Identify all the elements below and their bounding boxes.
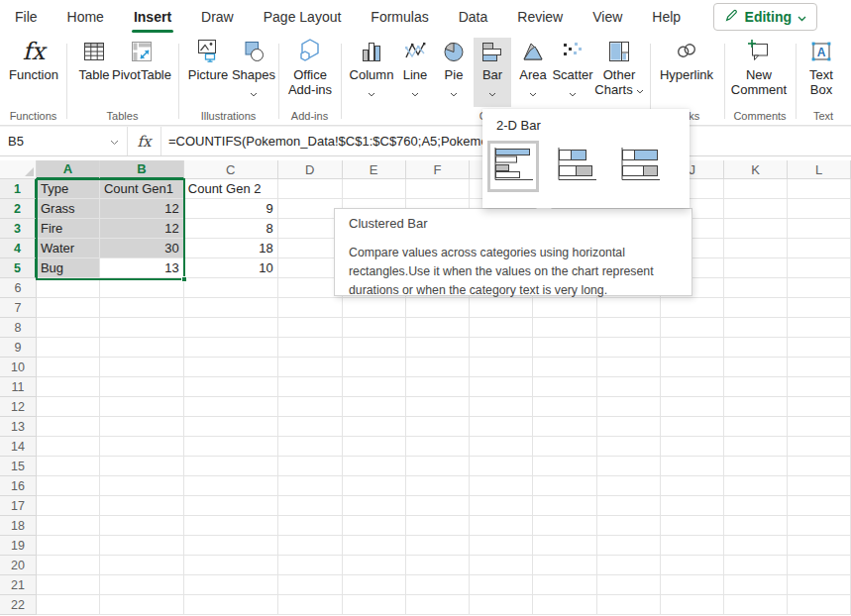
cell-B17[interactable] bbox=[100, 496, 184, 516]
cell-J14[interactable] bbox=[661, 437, 724, 457]
cell-A5[interactable]: Bug bbox=[37, 258, 100, 278]
cell-B8[interactable] bbox=[100, 318, 184, 338]
cell-G18[interactable] bbox=[470, 516, 533, 536]
cell-L11[interactable] bbox=[788, 377, 851, 397]
name-box[interactable]: B5 bbox=[0, 127, 128, 155]
cell-B9[interactable] bbox=[100, 338, 184, 358]
cell-D2[interactable] bbox=[278, 199, 343, 219]
cell-E9[interactable] bbox=[343, 338, 406, 358]
cell-G16[interactable] bbox=[470, 476, 533, 496]
office-addins-button[interactable]: Office Add-ins bbox=[282, 38, 338, 97]
cell-C3[interactable]: 8 bbox=[184, 219, 278, 239]
cell-K14[interactable] bbox=[724, 437, 788, 457]
cell-J11[interactable] bbox=[661, 377, 724, 397]
cell-F18[interactable] bbox=[406, 516, 471, 536]
cell-A17[interactable] bbox=[37, 496, 100, 516]
tab-review[interactable]: Review bbox=[502, 0, 578, 34]
cell-K1[interactable] bbox=[724, 179, 788, 199]
row-header-6[interactable]: 6 bbox=[0, 278, 37, 298]
cell-E12[interactable] bbox=[343, 397, 406, 417]
cell-H15[interactable] bbox=[533, 457, 597, 476]
cell-L9[interactable] bbox=[788, 338, 851, 358]
cell-A16[interactable] bbox=[37, 476, 100, 496]
cell-F1[interactable] bbox=[406, 179, 471, 199]
cell-B22[interactable] bbox=[100, 595, 184, 615]
cell-B1[interactable]: Count Gen1 bbox=[100, 179, 184, 199]
cell-J22[interactable] bbox=[661, 595, 724, 615]
cell-K10[interactable] bbox=[724, 358, 788, 377]
cell-L2[interactable] bbox=[788, 199, 851, 219]
cell-G19[interactable] bbox=[470, 536, 533, 556]
cell-D20[interactable] bbox=[278, 556, 343, 575]
cell-L7[interactable] bbox=[788, 298, 851, 318]
cell-I18[interactable] bbox=[597, 516, 661, 536]
column-header-A[interactable]: A bbox=[37, 160, 100, 179]
cell-E14[interactable] bbox=[343, 437, 406, 457]
row-header-7[interactable]: 7 bbox=[0, 298, 37, 318]
cell-E11[interactable] bbox=[343, 377, 406, 397]
cell-B13[interactable] bbox=[100, 417, 184, 437]
row-header-16[interactable]: 16 bbox=[0, 476, 37, 496]
cell-I21[interactable] bbox=[597, 575, 661, 595]
cell-K20[interactable] bbox=[724, 556, 788, 575]
cell-D22[interactable] bbox=[278, 595, 343, 615]
cell-I9[interactable] bbox=[597, 338, 661, 358]
cell-H18[interactable] bbox=[533, 516, 597, 536]
cell-H8[interactable] bbox=[533, 318, 597, 338]
cell-I11[interactable] bbox=[597, 377, 661, 397]
cell-B20[interactable] bbox=[100, 556, 184, 575]
cell-K21[interactable] bbox=[724, 575, 788, 595]
cell-A11[interactable] bbox=[37, 377, 100, 397]
cell-L14[interactable] bbox=[788, 437, 851, 457]
cell-C5[interactable]: 10 bbox=[184, 258, 278, 278]
cell-B5[interactable]: 13 bbox=[100, 258, 184, 278]
cell-H10[interactable] bbox=[533, 358, 597, 377]
cell-E15[interactable] bbox=[343, 457, 406, 476]
cell-K22[interactable] bbox=[724, 595, 788, 615]
column-header-K[interactable]: K bbox=[724, 160, 788, 179]
cell-C21[interactable] bbox=[184, 575, 278, 595]
cell-B19[interactable] bbox=[100, 536, 184, 556]
cell-D1[interactable] bbox=[278, 179, 343, 199]
cell-F13[interactable] bbox=[406, 417, 471, 437]
cell-L21[interactable] bbox=[788, 575, 851, 595]
cell-C19[interactable] bbox=[184, 536, 278, 556]
cell-E20[interactable] bbox=[343, 556, 406, 575]
row-header-17[interactable]: 17 bbox=[0, 496, 37, 516]
text-box-button[interactable]: A Text Box bbox=[798, 38, 844, 97]
cell-A2[interactable]: Grass bbox=[37, 199, 100, 219]
cell-L17[interactable] bbox=[788, 496, 851, 516]
row-header-19[interactable]: 19 bbox=[0, 536, 37, 556]
100-percent-stacked-bar-option[interactable] bbox=[611, 138, 669, 195]
cell-B4[interactable]: 30 bbox=[100, 239, 184, 258]
cell-C12[interactable] bbox=[184, 397, 278, 417]
tab-formulas[interactable]: Formulas bbox=[356, 0, 443, 34]
cell-I12[interactable] bbox=[597, 397, 661, 417]
cell-J8[interactable] bbox=[661, 318, 724, 338]
cell-D11[interactable] bbox=[278, 377, 343, 397]
tab-help[interactable]: Help bbox=[637, 0, 695, 34]
cell-L8[interactable] bbox=[788, 318, 851, 338]
cell-B6[interactable] bbox=[100, 278, 184, 298]
cell-C9[interactable] bbox=[184, 338, 278, 358]
cell-C18[interactable] bbox=[184, 516, 278, 536]
cell-J12[interactable] bbox=[661, 397, 724, 417]
column-header-D[interactable]: D bbox=[278, 160, 343, 179]
cell-E13[interactable] bbox=[343, 417, 406, 437]
tab-view[interactable]: View bbox=[578, 0, 637, 34]
cell-C16[interactable] bbox=[184, 476, 278, 496]
cell-F17[interactable] bbox=[406, 496, 471, 516]
cell-I22[interactable] bbox=[597, 595, 661, 615]
cell-F12[interactable] bbox=[406, 397, 471, 417]
cell-C7[interactable] bbox=[184, 298, 278, 318]
cell-L3[interactable] bbox=[788, 219, 851, 239]
cell-I14[interactable] bbox=[597, 437, 661, 457]
row-header-20[interactable]: 20 bbox=[0, 556, 37, 575]
cell-G20[interactable] bbox=[470, 556, 533, 575]
row-header-10[interactable]: 10 bbox=[0, 358, 37, 377]
cell-K5[interactable] bbox=[724, 258, 788, 278]
cell-J7[interactable] bbox=[661, 298, 724, 318]
scatter-chart-button[interactable]: Scatter bbox=[551, 38, 594, 100]
function-button[interactable]: fx Function bbox=[4, 38, 63, 82]
cell-D10[interactable] bbox=[278, 358, 343, 377]
